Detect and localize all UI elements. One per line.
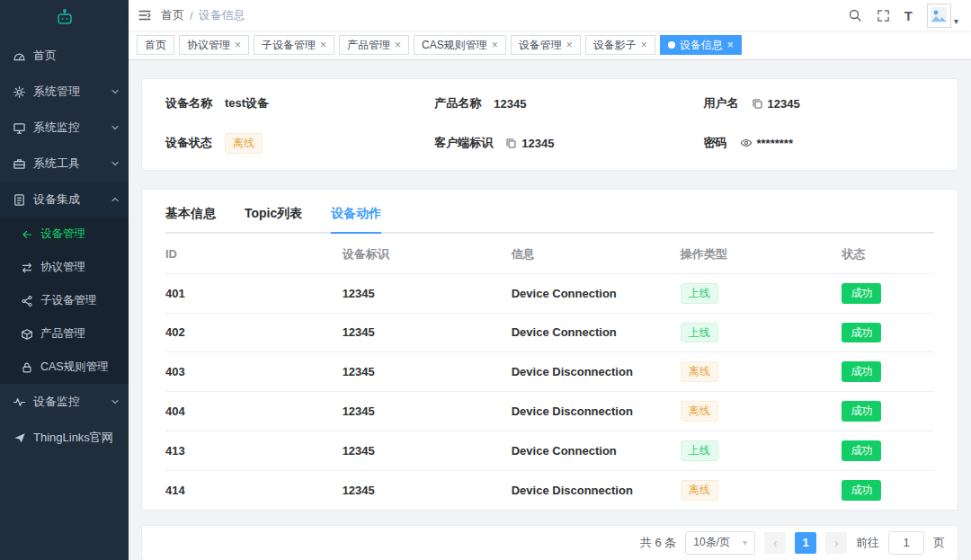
sidebar-item-device-mgmt[interactable]: 设备管理 (0, 218, 129, 251)
caret-down-icon: ▾ (743, 538, 747, 547)
fullscreen-icon[interactable] (877, 9, 890, 22)
tag-label: 设备信息 (680, 38, 723, 53)
cell-id: 402 (165, 313, 343, 352)
tab-device-actions[interactable]: 设备动作 (331, 206, 381, 234)
tag-product-mgmt[interactable]: 产品管理 × (339, 35, 409, 55)
goto-suffix: 页 (933, 535, 945, 551)
cell-id: 414 (165, 470, 343, 509)
cell-device-id: 12345 (343, 352, 512, 392)
detail-tabs: 基本信息 Topic列表 设备动作 (165, 206, 934, 234)
eye-icon[interactable] (740, 137, 753, 149)
sidebar-item-subdevice-mgmt[interactable]: 子设备管理 (0, 284, 129, 317)
cell-op-type: 离线 (681, 352, 842, 392)
close-icon[interactable]: × (235, 40, 241, 50)
sidebar-item-device-monitor[interactable]: 设备监控 (0, 384, 129, 420)
close-icon[interactable]: × (492, 40, 498, 50)
sidebar-item-label: 设备监控 (33, 394, 80, 410)
sidebar-item-protocol-mgmt[interactable]: 协议管理 (0, 251, 129, 284)
search-icon[interactable] (848, 8, 862, 22)
tag-device-info[interactable]: 设备信息 × (660, 35, 742, 55)
page-number-1[interactable]: 1 (795, 532, 816, 554)
cell-device-id: 12345 (343, 431, 512, 470)
op-type-badge: 上线 (681, 440, 718, 461)
sidebar-item-device-integration[interactable]: 设备集成 (0, 182, 129, 218)
column-header-id: ID (165, 234, 343, 274)
tag-device-mgmt[interactable]: 设备管理 × (511, 35, 581, 55)
cell-device-id: 12345 (343, 470, 512, 509)
next-page-button[interactable]: › (825, 532, 847, 554)
navbar-actions: T ▾ (848, 4, 958, 28)
sidebar-item-system-monitor[interactable]: 系统监控 (0, 110, 129, 146)
font-size-icon[interactable]: T (904, 9, 913, 22)
column-header-device-id: 设备标识 (343, 234, 512, 274)
sidebar-item-label: 产品管理 (40, 326, 85, 342)
chevron-up-icon (111, 195, 120, 204)
field-label: 客户端标识 (434, 135, 493, 151)
cell-id: 403 (165, 352, 343, 392)
sidebar-item-home[interactable]: 首页 (0, 38, 129, 74)
cell-device-id: 12345 (343, 392, 512, 431)
page-size-select[interactable]: 10条/页 ▾ (685, 531, 755, 555)
tag-label: 产品管理 (347, 38, 390, 53)
sidebar-item-system-tools[interactable]: 系统工具 (0, 146, 129, 182)
lock-icon (20, 360, 33, 374)
tag-protocol-mgmt[interactable]: 协议管理 × (179, 35, 249, 55)
field-label: 设备名称 (165, 95, 212, 111)
sidebar-menu: 首页 系统管理 系统监控 (0, 38, 129, 560)
toolbox-icon (13, 157, 26, 171)
chevron-down-icon (111, 87, 120, 96)
tag-label: 设备影子 (593, 38, 637, 53)
close-icon[interactable]: × (641, 40, 647, 50)
close-icon[interactable]: × (727, 40, 734, 50)
chevron-down-icon (111, 397, 120, 406)
app-logo[interactable] (0, 0, 129, 38)
caret-down-icon: ▾ (954, 16, 958, 26)
sidebar-item-system-mgmt[interactable]: 系统管理 (0, 74, 129, 110)
cell-status: 成功 (842, 392, 934, 431)
goto-page-input[interactable] (888, 531, 924, 555)
cell-status: 成功 (842, 352, 934, 392)
sidebar-item-product-mgmt[interactable]: 产品管理 (0, 317, 129, 351)
cell-device-id: 12345 (343, 273, 512, 313)
cell-op-type: 离线 (681, 392, 842, 431)
close-icon[interactable]: × (320, 40, 326, 50)
device-status-field: 设备状态 离线 (165, 133, 434, 154)
sidebar-item-cas-rules-mgmt[interactable]: CAS规则管理 (0, 351, 129, 384)
tag-subdevice-mgmt[interactable]: 子设备管理 × (254, 35, 334, 55)
cell-message: Device Disconnection (512, 470, 681, 509)
status-badge: 成功 (842, 323, 881, 343)
field-label: 设备状态 (165, 135, 212, 151)
copy-icon[interactable] (752, 98, 763, 110)
sidebar-item-label: 系统监控 (33, 120, 80, 136)
prev-page-button[interactable]: ‹ (764, 532, 786, 554)
sidebar-item-thinglinks-site[interactable]: ThingLinks官网 (0, 420, 129, 456)
user-menu[interactable]: ▾ (927, 4, 958, 28)
status-badge: 成功 (842, 361, 881, 382)
tag-home[interactable]: 首页 (137, 35, 174, 55)
sidebar-item-label: 系统管理 (33, 84, 80, 100)
status-badge: 成功 (842, 440, 881, 461)
client-id-value: 12345 (505, 137, 554, 150)
paper-plane-icon (13, 431, 26, 445)
tag-label: 子设备管理 (262, 38, 316, 53)
cell-id: 413 (165, 431, 343, 470)
tag-cas-rules-mgmt[interactable]: CAS规则管理 × (414, 35, 506, 55)
sidebar-submenu-device-integration: 设备管理 协议管理 子设备管理 (0, 218, 129, 384)
breadcrumb-home-link[interactable]: 首页 (161, 7, 184, 23)
cell-op-type: 上线 (681, 431, 842, 470)
status-badge: 成功 (842, 283, 881, 304)
tag-device-shadow[interactable]: 设备影子 × (585, 35, 655, 55)
sidebar-fold-icon[interactable] (138, 8, 152, 22)
pulse-icon (13, 396, 26, 409)
cell-message: Device Disconnection (512, 352, 681, 392)
pagination-total: 共 6 条 (640, 535, 676, 551)
avatar (927, 4, 951, 28)
close-icon[interactable]: × (566, 40, 573, 50)
table-row: 404 12345 Device Disconnection 离线 成功 (165, 392, 934, 431)
tab-topic-list[interactable]: Topic列表 (245, 206, 302, 232)
tab-basic-info[interactable]: 基本信息 (165, 206, 216, 232)
copy-icon[interactable] (505, 138, 517, 149)
password-text: ******** (757, 137, 793, 150)
sidebar-item-label: 协议管理 (40, 260, 85, 275)
close-icon[interactable]: × (395, 40, 401, 50)
